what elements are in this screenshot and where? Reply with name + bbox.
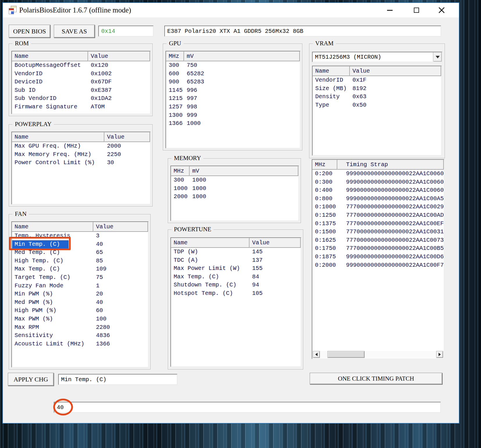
- table-row[interactable]: 0:80099900000000000000022AA1C00A5: [312, 195, 444, 203]
- table-cell: 1: [93, 282, 148, 290]
- table-row[interactable]: Max Temp. (C)109: [12, 265, 148, 273]
- one-click-timing-patch-button[interactable]: ONE CLICK TIMING PATCH: [310, 373, 442, 384]
- table-row[interactable]: Target Temp. (C)75: [12, 273, 148, 282]
- column-header[interactable]: Name: [12, 132, 104, 142]
- table-row[interactable]: Firmware SignatureATOM: [12, 103, 150, 111]
- scrollbar-track[interactable]: [320, 351, 436, 358]
- timing-horizontal-scrollbar[interactable]: [313, 351, 443, 358]
- table-row[interactable]: 0:125077700000000000000022AA1C00AD: [312, 211, 444, 220]
- column-header[interactable]: Timing Strap: [337, 160, 444, 169]
- selected-param-field[interactable]: Min Temp. (C): [58, 374, 177, 385]
- column-header[interactable]: MHz: [166, 51, 184, 61]
- table-row[interactable]: 0:20099900000000000000022AA1C0060: [312, 170, 444, 178]
- table-row[interactable]: Max Memory Freq. (MHz)2250: [12, 150, 150, 159]
- table-cell: TDP (W): [171, 248, 250, 256]
- table-row[interactable]: 1300999: [166, 111, 300, 120]
- vram-dropdown-button[interactable]: [433, 52, 442, 62]
- table-row[interactable]: Med Temp. (C)65: [12, 248, 148, 257]
- table-row[interactable]: 0:40099900000000000000022AA1C0060: [312, 186, 444, 195]
- column-header[interactable]: Name: [12, 51, 88, 61]
- table-row[interactable]: DeviceID0x67DF: [12, 78, 150, 86]
- table-row[interactable]: 0:162577700000000000000022AA1C0073: [312, 236, 444, 245]
- table-row[interactable]: Sub VendorID0x1DA2: [12, 94, 150, 103]
- timing-strap-table: MHzTiming Strap 0:2009990000000000000002…: [312, 159, 444, 359]
- table-row[interactable]: VendorID0x1002: [12, 70, 150, 78]
- table-row[interactable]: Shutdown Temp. (C)94: [171, 281, 301, 289]
- table-row[interactable]: Temp. Hysteresis3: [12, 232, 148, 240]
- table-row[interactable]: 60065282: [166, 70, 300, 78]
- bios-name-field[interactable]: E387 Polaris20 XTX A1 GDDR5 256Mx32 8GB: [164, 26, 441, 37]
- table-row[interactable]: 300750: [166, 61, 300, 70]
- table-row[interactable]: BootupMessageOffset0x120: [12, 61, 150, 70]
- fan-group-title: FAN: [13, 210, 29, 218]
- column-header[interactable]: mV: [190, 166, 298, 176]
- table-cell: 996: [184, 86, 300, 95]
- table-row[interactable]: 10001000: [171, 184, 298, 193]
- table-row[interactable]: 0:187599900000000000000022AA1C00D6: [312, 253, 444, 261]
- table-row[interactable]: 20001000: [171, 193, 298, 201]
- table-row[interactable]: 0:150077700000000000000022AA1C0031: [312, 228, 444, 236]
- table-row[interactable]: Sub ID0xE387: [12, 86, 150, 95]
- scroll-left-button[interactable]: [313, 351, 320, 358]
- table-row[interactable]: 0:200099900000000000000022AA1C00F7: [312, 261, 444, 270]
- table-row[interactable]: Power Control Limit (%)30: [12, 159, 150, 167]
- table-row[interactable]: 0:30099900000000000000022AA1C0060: [312, 178, 444, 187]
- table-row[interactable]: 0:100077700000000000000022AA1C0029: [312, 203, 444, 211]
- table-row[interactable]: Density0x63: [313, 93, 441, 101]
- table-row[interactable]: Acoustic Limit (MHz)1366: [12, 340, 148, 348]
- table-row[interactable]: 13661000: [166, 119, 300, 128]
- table-row[interactable]: Min PWM (%)20: [12, 290, 148, 298]
- vram-module-select[interactable]: MT51J256M3 (MICRON): [312, 52, 442, 62]
- column-header[interactable]: mV: [184, 51, 300, 61]
- table-row[interactable]: Max PWM (%)100: [12, 315, 148, 323]
- scrollbar-thumb[interactable]: [327, 351, 365, 358]
- offset-field[interactable]: 0x14: [98, 26, 154, 37]
- table-cell: 65: [93, 248, 148, 257]
- column-header[interactable]: Value: [350, 66, 441, 76]
- table-row[interactable]: Max GPU Freq. (MHz)2000: [12, 142, 150, 150]
- powertune-table: NameValue TDP (W)145TDC (A)137Max Power …: [170, 237, 301, 367]
- column-header[interactable]: Name: [12, 222, 93, 232]
- column-header[interactable]: MHz: [312, 160, 337, 169]
- minimize-button[interactable]: [383, 3, 396, 17]
- table-row[interactable]: Min Temp. (C)40: [12, 240, 148, 249]
- table-row[interactable]: 1215997: [166, 94, 300, 103]
- table-row[interactable]: Hotspot Temp. (C)105: [171, 289, 301, 298]
- close-button[interactable]: [435, 3, 448, 17]
- table-row[interactable]: Max Power Limit (W)155: [171, 264, 301, 273]
- table-row[interactable]: 1257998: [166, 103, 300, 111]
- column-header[interactable]: Value: [88, 51, 150, 61]
- table-row[interactable]: Fuzzy Fan Mode1: [12, 282, 148, 290]
- table-cell: 300: [171, 176, 190, 184]
- save-as-button[interactable]: SAVE AS: [54, 25, 95, 38]
- table-row[interactable]: 0:137577700000000000000022AA1C00EF: [312, 220, 444, 228]
- column-header[interactable]: Name: [171, 238, 250, 248]
- table-row[interactable]: Type0x50: [313, 101, 441, 110]
- table-row[interactable]: TDP (W)145: [171, 248, 301, 256]
- table-row[interactable]: 3001000: [171, 176, 298, 184]
- column-header[interactable]: Value: [250, 238, 301, 248]
- table-row[interactable]: Med PWM (%)40: [12, 298, 148, 307]
- selected-cell[interactable]: Min Temp. (C): [12, 240, 69, 249]
- column-header[interactable]: Value: [93, 222, 148, 232]
- table-row[interactable]: High Temp. (C)85: [12, 257, 148, 265]
- table-cell: 20: [93, 290, 148, 298]
- column-header[interactable]: MHz: [171, 166, 190, 176]
- column-header[interactable]: Value: [104, 132, 150, 142]
- scroll-right-button[interactable]: [436, 351, 443, 358]
- column-header[interactable]: Name: [313, 66, 350, 76]
- table-row[interactable]: 0:175077700000000000000022AA1C00B5: [312, 244, 444, 253]
- value-edit-field[interactable]: 40: [54, 402, 441, 413]
- table-row[interactable]: Max Temp. (C)84: [171, 273, 301, 281]
- open-bios-button[interactable]: OPEN BIOS: [9, 25, 50, 38]
- apply-chg-button[interactable]: APPLY CHG: [8, 373, 54, 386]
- table-row[interactable]: TDC (A)137: [171, 256, 301, 265]
- table-row[interactable]: 90065283: [166, 78, 300, 86]
- table-row[interactable]: Size (MB)8192: [313, 85, 441, 93]
- maximize-button[interactable]: [410, 3, 423, 17]
- table-row[interactable]: Max RPM2280: [12, 323, 148, 332]
- table-row[interactable]: High PWM (%)60: [12, 307, 148, 315]
- table-row[interactable]: Sensitivity4836: [12, 331, 148, 340]
- table-row[interactable]: VendorID0x1F: [313, 76, 441, 85]
- table-row[interactable]: 1145996: [166, 86, 300, 95]
